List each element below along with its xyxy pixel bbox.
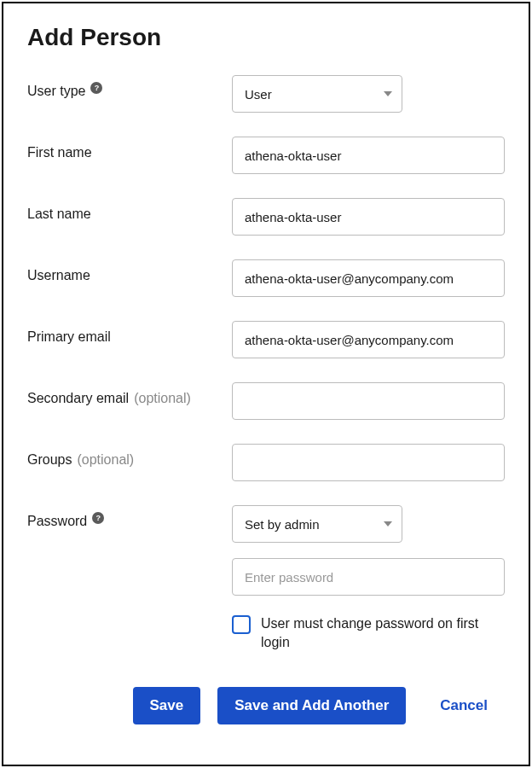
optional-text: (optional) <box>134 391 191 406</box>
user-type-label-text: User type <box>27 84 85 99</box>
groups-label: Groups (optional) <box>27 444 232 468</box>
secondary-email-input[interactable] <box>232 382 505 420</box>
change-password-checkbox-label[interactable]: User must change password on first login <box>261 614 505 653</box>
change-password-checkbox-row: User must change password on first login <box>232 614 505 653</box>
help-icon[interactable]: ? <box>90 82 102 94</box>
primary-email-row: Primary email <box>27 321 505 358</box>
password-mode-select[interactable]: Set by admin <box>232 505 402 543</box>
button-row: Save Save and Add Another Cancel <box>27 687 505 724</box>
user-type-select[interactable]: User <box>232 75 402 113</box>
username-row: Username <box>27 259 505 297</box>
groups-row: Groups (optional) <box>27 444 505 481</box>
secondary-email-label: Secondary email (optional) <box>27 382 232 406</box>
user-type-row: User type ? User <box>27 75 505 113</box>
groups-label-text: Groups <box>27 452 72 468</box>
secondary-email-label-text: Secondary email <box>27 391 129 406</box>
add-person-dialog: Add Person User type ? User First name L… <box>2 2 530 766</box>
password-label: Password ? <box>27 505 232 529</box>
save-button[interactable]: Save <box>133 687 201 724</box>
groups-input[interactable] <box>232 444 505 481</box>
primary-email-label: Primary email <box>27 321 232 345</box>
primary-email-input[interactable] <box>232 321 505 358</box>
secondary-email-row: Secondary email (optional) <box>27 382 505 420</box>
user-type-label: User type ? <box>27 75 232 99</box>
change-password-checkbox[interactable] <box>232 615 251 634</box>
username-input[interactable] <box>232 259 505 297</box>
first-name-label: First name <box>27 137 232 160</box>
first-name-row: First name <box>27 137 505 174</box>
last-name-input[interactable] <box>232 198 505 236</box>
help-icon[interactable]: ? <box>92 512 104 524</box>
last-name-label: Last name <box>27 198 232 222</box>
password-input[interactable] <box>232 558 505 596</box>
first-name-input[interactable] <box>232 137 505 174</box>
username-label: Username <box>27 259 232 283</box>
cancel-button[interactable]: Cancel <box>423 687 505 724</box>
dialog-title: Add Person <box>27 24 505 51</box>
password-row: Password ? Set by admin User must change… <box>27 505 505 653</box>
optional-text: (optional) <box>77 452 134 468</box>
password-label-text: Password <box>27 514 87 529</box>
save-add-another-button[interactable]: Save and Add Another <box>217 687 406 724</box>
last-name-row: Last name <box>27 198 505 236</box>
